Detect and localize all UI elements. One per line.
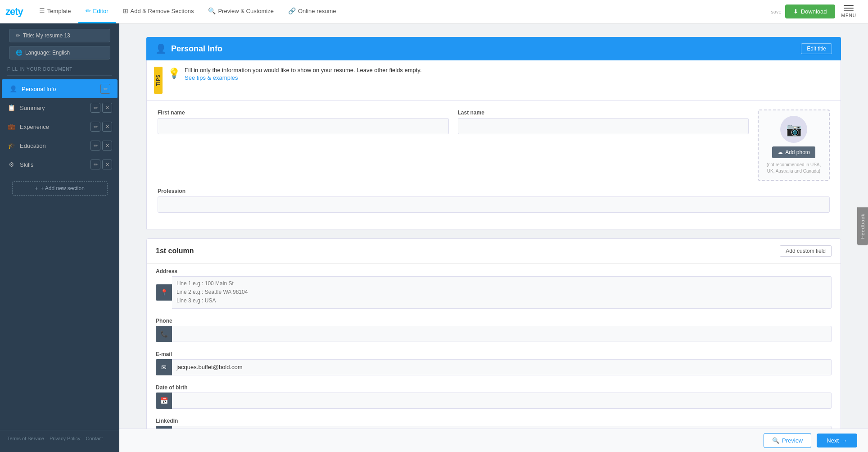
preview-customize-icon: 🔍 [208, 7, 216, 14]
calendar-icon: 📅 [160, 397, 168, 404]
nav-editor[interactable]: ✏ Editor [78, 0, 116, 23]
education-actions: ✏ ✕ [90, 141, 112, 151]
globe-icon: 🌐 [16, 50, 23, 56]
phone-input[interactable] [172, 326, 832, 342]
privacy-link[interactable]: Privacy Policy [50, 436, 80, 441]
download-button[interactable]: ⬇ Download [785, 5, 835, 18]
email-icon-box: ✉ [156, 359, 172, 375]
tips-bar: TIPS 💡 Fill in only the information you … [146, 60, 841, 100]
profession-input[interactable] [158, 196, 830, 213]
dob-input[interactable] [172, 393, 832, 409]
fill-label: FILL IN YOUR DOCUMENT [7, 67, 112, 76]
menu-label: MENU [841, 13, 856, 18]
phone-icon: 📞 [160, 330, 168, 338]
location-icon: 📍 [160, 289, 168, 296]
first-name-group: First name [158, 110, 449, 181]
feedback-tab[interactable]: Feedback [857, 207, 868, 245]
skills-edit-btn[interactable]: ✏ [90, 160, 100, 169]
email-input[interactable] [172, 359, 832, 375]
sidebar-item-skills[interactable]: ⚙ Skills ✏ ✕ [0, 155, 119, 174]
summary-icon: 📋 [7, 104, 15, 111]
add-photo-label: Add photo [785, 149, 810, 155]
sidebar-summary-label: Summary [20, 105, 86, 111]
camera-icon: 📷 [786, 122, 802, 137]
menu-icon-bar1 [844, 5, 854, 6]
first-name-label: First name [158, 110, 449, 116]
sidebar-item-experience[interactable]: 💼 Experience ✏ ✕ [0, 117, 119, 136]
name-row: First name Last name 📷 ☁ Add photo (not … [158, 110, 830, 181]
next-arrow-icon: → [841, 437, 847, 444]
address-input[interactable] [172, 276, 832, 309]
sidebar-item-education[interactable]: 🎓 Education ✏ ✕ [0, 136, 119, 155]
phone-icon-box: 📞 [156, 326, 172, 342]
sidebar: ✏ Title: My resume 13 🌐 Language: Englis… [0, 23, 119, 452]
phone-input-row: 📞 [147, 326, 841, 347]
sidebar-personal-info-label: Personal Info [22, 86, 96, 92]
phone-section: Phone 📞 [147, 313, 841, 347]
add-custom-field-button[interactable]: Add custom field [780, 245, 832, 257]
terms-link[interactable]: Terms of Service [7, 436, 44, 441]
first-name-input[interactable] [158, 118, 449, 134]
nav-template[interactable]: ☰ Template [32, 0, 78, 23]
profession-label: Profession [158, 188, 830, 194]
experience-edit-btn[interactable]: ✏ [90, 122, 100, 132]
email-label: E-mail [147, 347, 841, 359]
online-resume-icon: 🔗 [288, 7, 296, 14]
photo-placeholder: 📷 [780, 116, 807, 143]
next-button[interactable]: Next → [817, 434, 857, 447]
nav-preview-customize-label: Preview & Customize [218, 8, 274, 14]
skills-remove-btn[interactable]: ✕ [102, 160, 112, 169]
add-section-label: + Add new section [41, 185, 85, 192]
preview-button[interactable]: 🔍 Preview [764, 433, 811, 448]
tips-icon: 💡 [168, 68, 180, 79]
summary-edit-btn[interactable]: ✏ [90, 103, 100, 113]
last-name-label: Last name [458, 110, 749, 116]
sidebar-experience-label: Experience [20, 123, 86, 130]
tips-content: Fill in only the information you would l… [185, 67, 422, 81]
education-remove-btn[interactable]: ✕ [102, 141, 112, 151]
nav-editor-label: Editor [93, 8, 108, 14]
experience-remove-btn[interactable]: ✕ [102, 122, 112, 132]
personal-info-actions: ✏ [100, 84, 110, 94]
summary-remove-btn[interactable]: ✕ [102, 103, 112, 113]
last-name-input[interactable] [458, 118, 749, 134]
personal-info-edit-btn[interactable]: ✏ [100, 84, 110, 94]
sidebar-item-personal-info[interactable]: 👤 Personal Info ✏ [2, 79, 118, 98]
experience-icon: 💼 [7, 123, 15, 130]
next-label: Next [827, 437, 839, 444]
template-icon: ☰ [39, 7, 45, 14]
add-new-section-button[interactable]: + + Add new section [12, 181, 108, 196]
sidebar-item-summary[interactable]: 📋 Summary ✏ ✕ [0, 98, 119, 117]
title-button[interactable]: ✏ Title: My resume 13 [9, 29, 110, 42]
tips-text: Fill in only the information you would l… [185, 67, 422, 73]
tips-link[interactable]: See tips & examples [185, 74, 422, 81]
skills-actions: ✏ ✕ [90, 160, 112, 169]
column-title: 1st column [156, 247, 194, 255]
menu-button[interactable]: MENU [835, 5, 863, 18]
pencil-icon: ✏ [16, 32, 20, 39]
preview-label: Preview [782, 437, 803, 444]
add-remove-icon: ⊞ [123, 7, 128, 14]
nav-add-remove[interactable]: ⊞ Add & Remove Sections [116, 0, 201, 23]
email-input-row: ✉ [147, 359, 841, 380]
education-icon: 🎓 [7, 142, 15, 149]
education-edit-btn[interactable]: ✏ [90, 141, 100, 151]
address-input-row: 📍 [147, 276, 841, 313]
column-header: 1st column Add custom field [147, 239, 841, 264]
email-section: E-mail ✉ [147, 347, 841, 380]
title-btn-label: Title: My resume 13 [23, 32, 70, 39]
language-button[interactable]: 🌐 Language: English [9, 46, 110, 59]
bottom-bar: 🔍 Preview Next → [119, 429, 868, 452]
edit-title-button[interactable]: Edit title [801, 43, 832, 54]
add-photo-button[interactable]: ☁ Add photo [772, 146, 815, 158]
nav-online-resume[interactable]: 🔗 Online resume [281, 0, 344, 23]
nav-preview-customize[interactable]: 🔍 Preview & Customize [201, 0, 281, 23]
experience-actions: ✏ ✕ [90, 122, 112, 132]
save-label: save [771, 9, 781, 14]
upload-icon: ☁ [778, 149, 783, 155]
contact-link[interactable]: Contact [86, 436, 103, 441]
section-header: 👤 Personal Info Edit title [146, 37, 841, 60]
column-section: 1st column Add custom field Address 📍 Ph… [146, 238, 841, 452]
address-section: Address 📍 [147, 264, 841, 313]
personal-info-icon: 👤 [9, 85, 17, 92]
